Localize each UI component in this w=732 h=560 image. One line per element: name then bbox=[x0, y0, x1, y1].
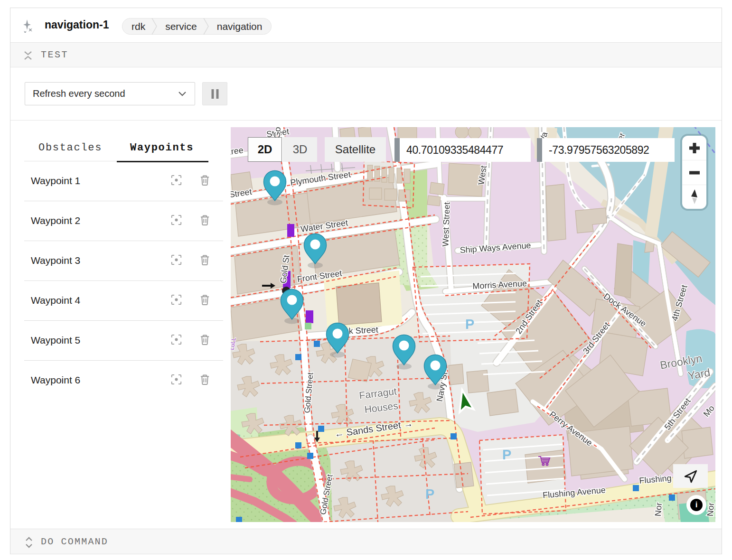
svg-text:Nor: Nor bbox=[705, 502, 715, 517]
svg-text:P: P bbox=[465, 317, 474, 332]
svg-text:P: P bbox=[425, 486, 434, 502]
svg-text:k Street: k Street bbox=[348, 325, 378, 336]
svg-text:tree: tree bbox=[231, 145, 244, 157]
svg-text:P: P bbox=[502, 447, 511, 462]
svg-text:Nor: Nor bbox=[653, 502, 664, 517]
svg-text:West Street: West Street bbox=[441, 202, 451, 247]
